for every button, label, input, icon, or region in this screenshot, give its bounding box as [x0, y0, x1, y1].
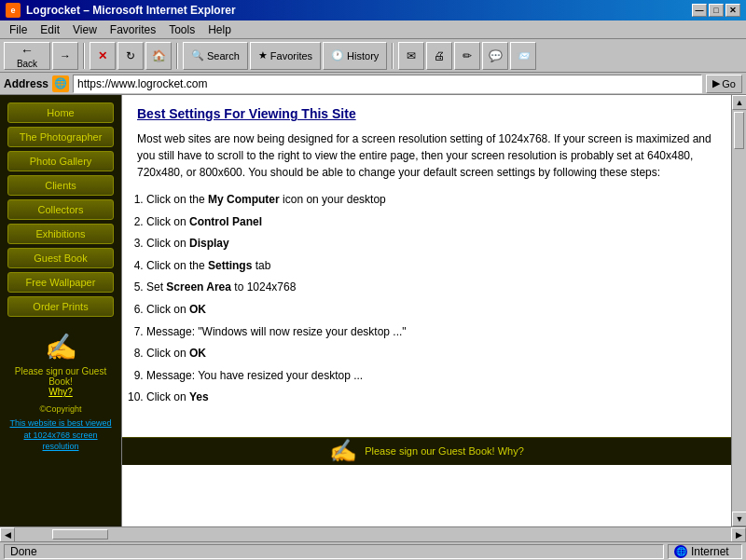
nav-photographer[interactable]: The Photographer — [7, 127, 114, 147]
step-5-bold: Screen Area — [166, 280, 231, 294]
nav-free-wallpaper[interactable]: Free Wallpaper — [7, 272, 114, 293]
bottom-teaser-icon: ✍ — [329, 438, 357, 464]
app-icon: e — [6, 3, 21, 18]
step-10-bold: Yes — [189, 390, 209, 403]
scroll-area: Home The Photographer Photo Gallery Clie… — [0, 95, 746, 541]
favorites-button[interactable]: ★ Favorites — [250, 42, 321, 70]
content-title: Best Settings For Viewing This Site — [137, 106, 716, 121]
vertical-scrollbar: ▲ ▼ — [731, 95, 746, 526]
search-icon: 🔍 — [191, 49, 204, 61]
sidebar-footer: ✍ Please sign our Guest Book! Why? ©Copy… — [7, 332, 114, 453]
toolbar: ← Back → ✕ ↻ 🏠 🔍 Search ★ Favorites 🕐 Hi… — [0, 39, 746, 73]
scroll-track-v — [732, 110, 746, 512]
minimize-button[interactable]: — — [692, 4, 707, 17]
history-button[interactable]: 🕐 History — [323, 42, 387, 70]
nav-photo-gallery[interactable]: Photo Gallery — [7, 151, 114, 171]
go-label: Go — [722, 78, 736, 89]
page-body: Home The Photographer Photo Gallery Clie… — [0, 95, 746, 541]
step-2-bold: Control Panel — [189, 215, 262, 228]
internet-icon: 🌐 — [674, 545, 687, 558]
menu-view[interactable]: View — [67, 21, 103, 38]
scroll-left-button[interactable]: ◀ — [0, 527, 15, 542]
scroll-thumb-v[interactable] — [734, 112, 744, 149]
back-button[interactable]: ← Back — [4, 42, 50, 70]
search-label: Search — [207, 50, 240, 61]
zone-label: Internet — [691, 545, 729, 558]
mail-button[interactable]: ✉ — [398, 42, 424, 70]
nav-guest-book[interactable]: Guest Book — [7, 248, 114, 268]
search-button[interactable]: 🔍 Search — [183, 42, 248, 70]
status-text-area: Done — [4, 544, 664, 559]
discuss-button[interactable]: 💬 — [482, 42, 508, 70]
toolbar-separator-3 — [392, 43, 394, 69]
toolbar-separator-1 — [83, 43, 85, 69]
bottom-teaser-text: Please sign our Guest Book! Why? — [365, 445, 524, 457]
print-button[interactable]: 🖨 — [426, 42, 452, 70]
nav-home[interactable]: Home — [7, 102, 114, 123]
menu-help[interactable]: Help — [202, 21, 237, 38]
nav-collectors[interactable]: Collectors — [7, 199, 114, 220]
refresh-icon: ↻ — [126, 49, 135, 62]
history-icon: 🕐 — [331, 49, 344, 61]
close-button[interactable]: ✕ — [725, 4, 740, 17]
scroll-thumb-h[interactable] — [52, 529, 108, 540]
toolbar-separator-2 — [176, 43, 178, 69]
step-4: Click on the Settings tab — [146, 256, 716, 277]
why-link[interactable]: Why? — [48, 387, 73, 397]
bottom-teaser: ✍ Please sign our Guest Book! Why? — [122, 437, 731, 465]
messenger-button[interactable]: 📨 — [510, 42, 536, 70]
go-arrow-icon: ▶ — [712, 77, 720, 89]
step-1-bold: My Computer — [208, 193, 280, 206]
go-button[interactable]: ▶ Go — [706, 75, 742, 93]
menu-file[interactable]: File — [4, 21, 33, 38]
step-2: Click on Control Panel — [146, 212, 716, 233]
nav-exhibitions[interactable]: Exhibitions — [7, 224, 114, 244]
forward-button[interactable]: → — [52, 42, 78, 70]
refresh-button[interactable]: ↻ — [117, 42, 144, 70]
back-label: Back — [17, 59, 37, 69]
step-8-bold: OK — [189, 347, 206, 360]
guestbook-icon: ✍ — [7, 332, 114, 362]
browser-window: e Logrocket – Microsoft Internet Explore… — [0, 0, 746, 560]
horizontal-scrollbar: ◀ ▶ — [0, 526, 746, 541]
resolution-note: This website is best viewed at 1024x768 … — [7, 417, 114, 453]
scroll-down-button[interactable]: ▼ — [732, 512, 746, 526]
step-4-bold: Settings — [208, 259, 252, 272]
step-9: Message: You have resized your desktop .… — [146, 366, 716, 387]
forward-icon: → — [60, 49, 71, 62]
step-3: Click on Display — [146, 234, 716, 254]
step-6: Click on OK — [146, 300, 716, 321]
mail-icon: ✉ — [407, 49, 416, 62]
menu-favorites[interactable]: Favorites — [104, 21, 161, 38]
nav-order-prints[interactable]: Order Prints — [7, 296, 114, 317]
step-8: Click on OK — [146, 344, 716, 364]
star-icon: ★ — [258, 49, 268, 61]
history-label: History — [347, 50, 379, 61]
address-label: Address — [4, 77, 48, 90]
copyright-text: ©Copyright — [7, 404, 114, 414]
window-title: Logrocket – Microsoft Internet Explorer — [26, 4, 236, 17]
step-3-bold: Display — [189, 237, 229, 250]
edit-button[interactable]: ✏ — [454, 42, 480, 70]
address-input[interactable] — [73, 75, 702, 93]
messenger-icon: 📨 — [517, 49, 531, 62]
home-button[interactable]: 🏠 — [145, 42, 172, 70]
sidebar: Home The Photographer Photo Gallery Clie… — [0, 95, 121, 526]
step-6-bold: OK — [189, 303, 206, 316]
step-10: Click on Yes — [146, 388, 716, 408]
address-bar: Address 🌐 ▶ Go — [0, 73, 746, 95]
guestbook-prompt: Please sign our Guest Book! — [7, 366, 114, 387]
title-bar: e Logrocket – Microsoft Internet Explore… — [0, 0, 746, 20]
scroll-right-button[interactable]: ▶ — [731, 527, 746, 542]
steps-list: Click on the My Computer icon on your de… — [137, 190, 716, 408]
scroll-up-button[interactable]: ▲ — [732, 95, 746, 110]
menu-tools[interactable]: Tools — [163, 21, 200, 38]
step-5: Set Screen Area to 1024x768 — [146, 278, 716, 298]
stop-button[interactable]: ✕ — [90, 42, 116, 70]
nav-clients[interactable]: Clients — [7, 175, 114, 196]
back-icon: ← — [21, 43, 34, 58]
home-icon: 🏠 — [152, 49, 166, 62]
discuss-icon: 💬 — [489, 49, 503, 62]
maximize-button[interactable]: □ — [709, 4, 724, 17]
menu-edit[interactable]: Edit — [35, 21, 65, 38]
